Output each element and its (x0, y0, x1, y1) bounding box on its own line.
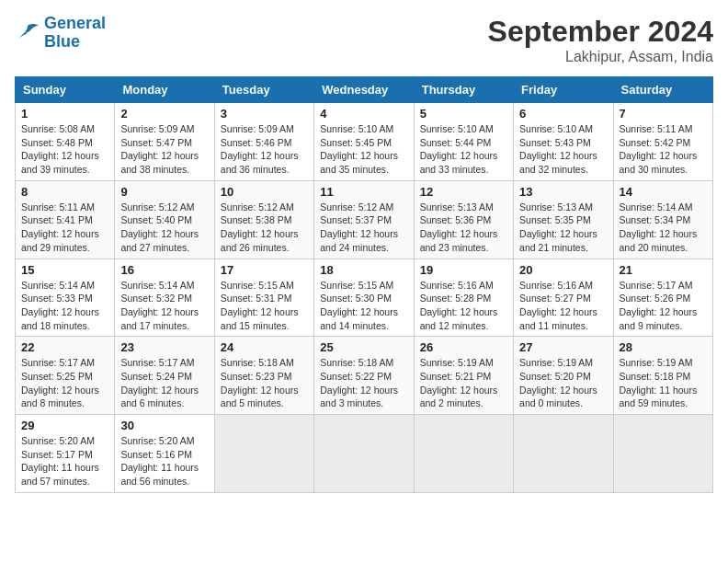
calendar-day-24: 24Sunrise: 5:18 AMSunset: 5:23 PMDayligh… (214, 337, 313, 415)
day-info: Sunrise: 5:10 AMSunset: 5:44 PMDaylight:… (420, 122, 507, 177)
empty-cell (514, 415, 613, 493)
calendar-day-9: 9Sunrise: 5:12 AMSunset: 5:40 PMDaylight… (115, 180, 214, 259)
day-info: Sunrise: 5:12 AMSunset: 5:40 PMDaylight:… (120, 201, 208, 255)
calendar-day-12: 12Sunrise: 5:13 AMSunset: 5:36 PMDayligh… (414, 180, 513, 259)
day-info: Sunrise: 5:14 AMSunset: 5:33 PMDaylight:… (21, 279, 108, 333)
empty-cell (314, 415, 414, 493)
day-number: 22 (21, 340, 108, 354)
day-info: Sunrise: 5:10 AMSunset: 5:43 PMDaylight:… (519, 122, 607, 177)
empty-cell (214, 415, 313, 493)
logo-text: General Blue (44, 15, 106, 52)
calendar-day-27: 27Sunrise: 5:19 AMSunset: 5:20 PMDayligh… (514, 337, 613, 415)
day-number: 18 (320, 263, 407, 277)
day-number: 27 (519, 340, 607, 354)
calendar-day-25: 25Sunrise: 5:18 AMSunset: 5:22 PMDayligh… (314, 337, 414, 415)
weekday-header-row: Sunday Monday Tuesday Wednesday Thursday… (16, 77, 713, 103)
calendar-day-4: 4Sunrise: 5:10 AMSunset: 5:45 PMDaylight… (314, 103, 414, 181)
calendar-week-row: 22Sunrise: 5:17 AMSunset: 5:25 PMDayligh… (16, 337, 713, 415)
day-number: 20 (519, 263, 607, 277)
day-info: Sunrise: 5:15 AMSunset: 5:30 PMDaylight:… (320, 279, 407, 333)
day-info: Sunrise: 5:13 AMSunset: 5:36 PMDaylight:… (420, 201, 507, 255)
calendar-day-20: 20Sunrise: 5:16 AMSunset: 5:27 PMDayligh… (514, 259, 613, 337)
header-wednesday: Wednesday (314, 77, 414, 103)
day-info: Sunrise: 5:16 AMSunset: 5:28 PMDaylight:… (420, 279, 507, 333)
calendar-day-28: 28Sunrise: 5:19 AMSunset: 5:18 PMDayligh… (613, 337, 712, 415)
location-subtitle: Lakhipur, Assam, India (488, 49, 713, 65)
calendar-day-23: 23Sunrise: 5:17 AMSunset: 5:24 PMDayligh… (115, 337, 214, 415)
title-block: September 2024 Lakhipur, Assam, India (488, 15, 713, 65)
header-thursday: Thursday (414, 77, 513, 103)
header-tuesday: Tuesday (214, 77, 313, 103)
day-number: 25 (320, 340, 407, 354)
day-number: 14 (620, 185, 707, 199)
calendar-day-3: 3Sunrise: 5:09 AMSunset: 5:46 PMDaylight… (214, 103, 313, 181)
day-number: 15 (21, 263, 108, 277)
calendar-day-11: 11Sunrise: 5:12 AMSunset: 5:37 PMDayligh… (314, 180, 414, 259)
day-info: Sunrise: 5:19 AMSunset: 5:21 PMDaylight:… (420, 356, 507, 410)
day-number: 12 (420, 185, 507, 199)
day-number: 11 (320, 185, 407, 199)
calendar-day-6: 6Sunrise: 5:10 AMSunset: 5:43 PMDaylight… (514, 103, 613, 181)
day-number: 6 (519, 107, 607, 121)
day-info: Sunrise: 5:18 AMSunset: 5:23 PMDaylight:… (221, 356, 308, 410)
day-info: Sunrise: 5:14 AMSunset: 5:34 PMDaylight:… (620, 201, 707, 255)
day-number: 8 (21, 185, 108, 199)
day-number: 17 (221, 263, 308, 277)
day-number: 7 (620, 107, 707, 121)
calendar-day-19: 19Sunrise: 5:16 AMSunset: 5:28 PMDayligh… (414, 259, 513, 337)
day-number: 4 (320, 107, 407, 121)
empty-cell (613, 415, 712, 493)
calendar-day-13: 13Sunrise: 5:13 AMSunset: 5:35 PMDayligh… (514, 180, 613, 259)
calendar-day-8: 8Sunrise: 5:11 AMSunset: 5:41 PMDaylight… (16, 180, 115, 259)
day-info: Sunrise: 5:19 AMSunset: 5:20 PMDaylight:… (519, 356, 607, 410)
day-info: Sunrise: 5:12 AMSunset: 5:37 PMDaylight:… (320, 201, 407, 255)
header-monday: Monday (115, 77, 214, 103)
day-info: Sunrise: 5:19 AMSunset: 5:18 PMDaylight:… (620, 356, 707, 410)
logo-bird-icon (15, 22, 40, 44)
calendar-day-7: 7Sunrise: 5:11 AMSunset: 5:42 PMDaylight… (613, 103, 712, 181)
day-number: 1 (21, 107, 108, 121)
calendar-day-10: 10Sunrise: 5:12 AMSunset: 5:38 PMDayligh… (214, 180, 313, 259)
header-friday: Friday (514, 77, 613, 103)
day-number: 24 (221, 340, 308, 354)
calendar-week-row: 1Sunrise: 5:08 AMSunset: 5:48 PMDaylight… (16, 103, 713, 181)
day-number: 23 (120, 340, 208, 354)
header-saturday: Saturday (613, 77, 712, 103)
day-number: 30 (120, 419, 208, 432)
calendar-week-row: 29Sunrise: 5:20 AMSunset: 5:17 PMDayligh… (16, 415, 713, 493)
day-number: 21 (620, 263, 707, 277)
calendar-table: Sunday Monday Tuesday Wednesday Thursday… (15, 76, 713, 493)
day-number: 2 (120, 107, 208, 121)
calendar-day-1: 1Sunrise: 5:08 AMSunset: 5:48 PMDaylight… (16, 103, 115, 181)
day-number: 26 (420, 340, 507, 354)
day-number: 29 (21, 419, 108, 432)
calendar-day-26: 26Sunrise: 5:19 AMSunset: 5:21 PMDayligh… (414, 337, 513, 415)
header-sunday: Sunday (16, 77, 115, 103)
day-number: 9 (120, 185, 208, 199)
calendar-week-row: 15Sunrise: 5:14 AMSunset: 5:33 PMDayligh… (16, 259, 713, 337)
month-year-title: September 2024 (488, 15, 713, 49)
day-info: Sunrise: 5:11 AMSunset: 5:42 PMDaylight:… (620, 122, 707, 177)
calendar-day-30: 30Sunrise: 5:20 AMSunset: 5:16 PMDayligh… (115, 415, 214, 493)
day-info: Sunrise: 5:11 AMSunset: 5:41 PMDaylight:… (21, 201, 108, 255)
calendar-week-row: 8Sunrise: 5:11 AMSunset: 5:41 PMDaylight… (16, 180, 713, 259)
empty-cell (414, 415, 513, 493)
day-number: 3 (221, 107, 308, 121)
day-info: Sunrise: 5:20 AMSunset: 5:17 PMDaylight:… (21, 434, 108, 488)
calendar-day-29: 29Sunrise: 5:20 AMSunset: 5:17 PMDayligh… (16, 415, 115, 493)
day-info: Sunrise: 5:17 AMSunset: 5:25 PMDaylight:… (21, 356, 108, 410)
day-number: 28 (620, 340, 707, 354)
day-info: Sunrise: 5:20 AMSunset: 5:16 PMDaylight:… (120, 434, 208, 488)
logo: General Blue (15, 15, 106, 52)
calendar-day-5: 5Sunrise: 5:10 AMSunset: 5:44 PMDaylight… (414, 103, 513, 181)
day-info: Sunrise: 5:17 AMSunset: 5:26 PMDaylight:… (620, 279, 707, 333)
day-info: Sunrise: 5:09 AMSunset: 5:47 PMDaylight:… (120, 122, 208, 177)
day-number: 10 (221, 185, 308, 199)
day-info: Sunrise: 5:16 AMSunset: 5:27 PMDaylight:… (519, 279, 607, 333)
calendar-day-2: 2Sunrise: 5:09 AMSunset: 5:47 PMDaylight… (115, 103, 214, 181)
day-info: Sunrise: 5:17 AMSunset: 5:24 PMDaylight:… (120, 356, 208, 410)
calendar-day-22: 22Sunrise: 5:17 AMSunset: 5:25 PMDayligh… (16, 337, 115, 415)
day-info: Sunrise: 5:14 AMSunset: 5:32 PMDaylight:… (120, 279, 208, 333)
calendar-day-15: 15Sunrise: 5:14 AMSunset: 5:33 PMDayligh… (16, 259, 115, 337)
calendar-day-14: 14Sunrise: 5:14 AMSunset: 5:34 PMDayligh… (613, 180, 712, 259)
